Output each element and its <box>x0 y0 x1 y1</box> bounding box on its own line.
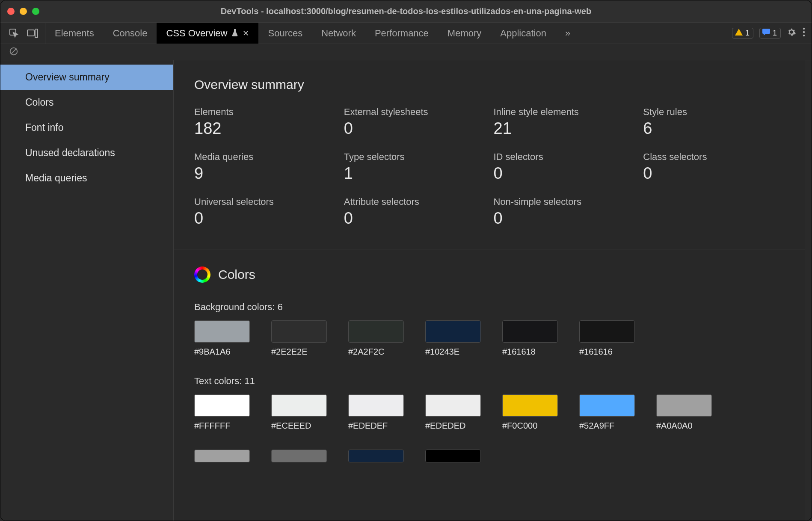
swatch-item[interactable]: #EDEDED <box>425 394 481 431</box>
color-swatch[interactable] <box>348 320 404 343</box>
stat-value: 0 <box>344 119 485 138</box>
stat-value: 182 <box>194 119 335 138</box>
color-swatch[interactable] <box>425 450 481 462</box>
stat-label: Type selectors <box>344 151 485 163</box>
stat-cell: Media queries9 <box>194 151 335 183</box>
sidebar-item-font-info[interactable]: Font info <box>0 115 173 140</box>
device-toolbar-icon[interactable] <box>27 29 38 38</box>
color-swatch[interactable] <box>425 394 481 417</box>
tab-console[interactable]: Console <box>104 23 157 44</box>
maximize-window-button[interactable] <box>32 8 39 15</box>
swatch-item[interactable]: #161618 <box>502 320 558 357</box>
tab-more[interactable]: » <box>556 23 580 44</box>
color-swatch[interactable] <box>271 320 327 343</box>
svg-point-6 <box>803 34 805 36</box>
color-swatch[interactable] <box>348 450 404 462</box>
tab-application[interactable]: Application <box>491 23 556 44</box>
swatch-label: #161616 <box>579 347 635 357</box>
main-content[interactable]: Overview summary Elements182External sty… <box>174 60 805 521</box>
swatch-item[interactable] <box>425 450 481 467</box>
tabstrip-right: 1 1 <box>726 23 812 44</box>
window-title: DevTools - localhost:3000/blog/resumen-d… <box>0 6 812 16</box>
color-swatch[interactable] <box>656 394 712 417</box>
color-swatch[interactable] <box>579 394 635 417</box>
close-tab-icon[interactable]: ✕ <box>243 29 249 38</box>
stat-cell: Style rules6 <box>643 107 784 138</box>
sidebar-item-overview-summary[interactable]: Overview summary <box>0 65 173 90</box>
swatch-item[interactable]: #A0A0A0 <box>656 394 712 431</box>
swatch-item[interactable]: #2E2E2E <box>271 320 327 357</box>
titlebar: DevTools - localhost:3000/blog/resumen-d… <box>0 0 812 23</box>
stat-label: Inline style elements <box>494 107 635 118</box>
warnings-badge[interactable]: 1 <box>732 28 753 38</box>
stat-cell: Attribute selectors0 <box>344 196 485 228</box>
settings-icon[interactable] <box>787 27 796 39</box>
panel-body: Overview summary Colors Font info Unused… <box>0 60 812 521</box>
color-swatch[interactable] <box>271 394 327 417</box>
swatch-label: #ECEEED <box>271 421 327 431</box>
main-tabstrip: Elements Console CSS Overview ✕ Sources … <box>0 23 812 44</box>
swatch-label: #EDEDED <box>425 421 481 431</box>
color-swatch[interactable] <box>194 394 250 417</box>
swatch-item[interactable]: #ECEEED <box>271 394 327 431</box>
devtools-window: DevTools - localhost:3000/blog/resumen-d… <box>0 0 812 521</box>
stat-cell: Universal selectors0 <box>194 196 335 228</box>
swatch-item[interactable]: #FFFFFF <box>194 394 250 431</box>
warning-icon <box>735 29 743 38</box>
color-swatch[interactable] <box>425 320 481 343</box>
color-swatch[interactable] <box>502 320 558 343</box>
clear-icon[interactable] <box>9 47 18 58</box>
stat-value: 21 <box>494 119 635 138</box>
sidebar-item-unused-declarations[interactable]: Unused declarations <box>0 140 173 166</box>
swatch-label: #A0A0A0 <box>656 421 712 431</box>
colors-section: Colors Background colors: 6 #9BA1A6#2E2E… <box>174 249 805 467</box>
tab-performance[interactable]: Performance <box>365 23 438 44</box>
stat-value: 0 <box>494 164 635 183</box>
swatch-label: #F0C000 <box>502 421 558 431</box>
tab-elements[interactable]: Elements <box>45 23 104 44</box>
rainbow-icon <box>194 266 210 283</box>
sub-toolbar <box>0 44 812 60</box>
swatch-item[interactable]: #10243E <box>425 320 481 357</box>
swatch-item[interactable] <box>194 450 250 467</box>
messages-badge[interactable]: 1 <box>759 28 781 38</box>
text-colors-title: Text colors: 11 <box>194 376 784 387</box>
swatch-label: #2E2E2E <box>271 347 327 357</box>
svg-rect-3 <box>762 29 770 34</box>
stat-label: ID selectors <box>494 151 635 163</box>
tab-memory[interactable]: Memory <box>438 23 491 44</box>
swatch-label: #52A9FF <box>579 421 635 431</box>
swatch-item[interactable]: #52A9FF <box>579 394 635 431</box>
color-swatch[interactable] <box>194 450 250 462</box>
swatch-item[interactable]: #EDEDEF <box>348 394 404 431</box>
stat-cell: Inline style elements21 <box>494 107 635 138</box>
minimize-window-button[interactable] <box>20 8 27 15</box>
background-swatch-row: #9BA1A6#2E2E2E#2A2F2C#10243E#161618#1616… <box>194 320 784 357</box>
swatch-item[interactable]: #9BA1A6 <box>194 320 250 357</box>
color-swatch[interactable] <box>194 320 250 343</box>
color-swatch[interactable] <box>271 450 327 462</box>
swatch-label: #10243E <box>425 347 481 357</box>
stat-label: Attribute selectors <box>344 196 485 207</box>
color-swatch[interactable] <box>502 394 558 417</box>
stat-label: Style rules <box>643 107 784 118</box>
tab-sources[interactable]: Sources <box>258 23 312 44</box>
close-window-button[interactable] <box>7 8 15 15</box>
swatch-item[interactable] <box>348 450 404 467</box>
inspect-element-icon[interactable] <box>9 28 19 38</box>
swatch-item[interactable]: #161616 <box>579 320 635 357</box>
swatch-item[interactable]: #2A2F2C <box>348 320 404 357</box>
svg-rect-2 <box>35 29 38 38</box>
swatch-item[interactable]: #F0C000 <box>502 394 558 431</box>
color-swatch[interactable] <box>348 394 404 417</box>
sidebar-item-media-queries[interactable]: Media queries <box>0 166 173 191</box>
tab-css-overview[interactable]: CSS Overview ✕ <box>157 23 258 44</box>
color-swatch[interactable] <box>579 320 635 343</box>
swatch-item[interactable] <box>271 450 327 467</box>
swatch-label: #EDEDEF <box>348 421 404 431</box>
more-options-icon[interactable] <box>802 27 806 39</box>
sidebar-item-colors[interactable]: Colors <box>0 90 173 115</box>
right-sliver <box>805 60 812 521</box>
svg-point-4 <box>803 27 805 29</box>
tab-network[interactable]: Network <box>312 23 365 44</box>
